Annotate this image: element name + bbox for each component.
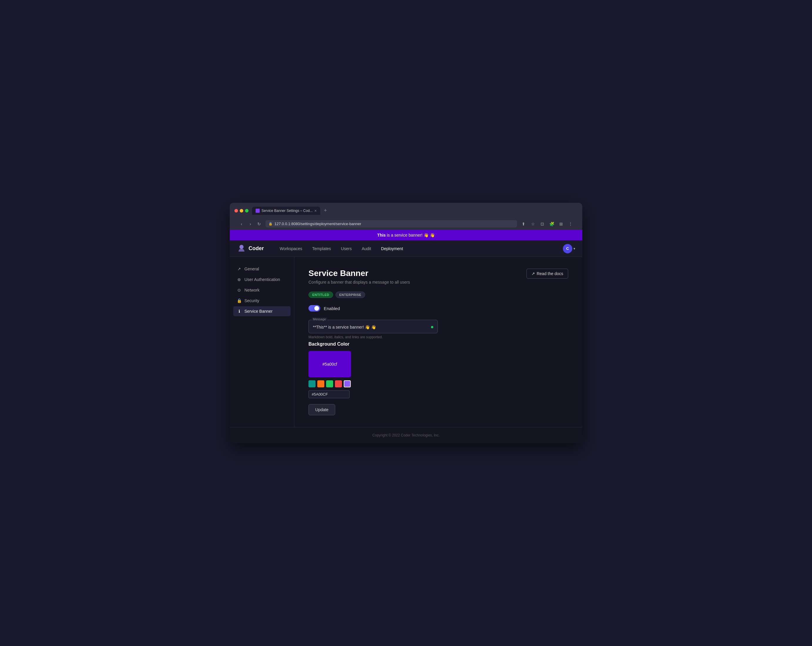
- key-icon: ⊛: [237, 277, 241, 282]
- svg-point-0: [240, 245, 244, 249]
- enabled-toggle-row: Enabled: [308, 305, 568, 312]
- color-swatch-red[interactable]: [335, 380, 342, 387]
- entitled-badge: ENTITLED: [308, 292, 333, 298]
- address-bar[interactable]: 🔒 127.0.0.1:8080/settings/deployment/ser…: [266, 220, 517, 228]
- browser-actions: ⬆ ☆ ⊡ 🧩 ⊞ ⋮: [520, 220, 574, 228]
- sidebar-item-label: Network: [244, 288, 259, 292]
- sidebar-toggle-button[interactable]: ⊞: [557, 220, 565, 228]
- nav-audit[interactable]: Audit: [357, 244, 375, 253]
- input-status-dot: [431, 326, 433, 328]
- back-button[interactable]: ‹: [238, 220, 245, 228]
- color-section: Background Color #5a00cf: [308, 342, 568, 398]
- app-body: ↗ General ⊛ User Authentication ⊙ Networ…: [230, 257, 582, 427]
- minimize-button[interactable]: [240, 209, 243, 212]
- traffic-lights: [234, 209, 249, 212]
- share-button[interactable]: ⬆: [520, 220, 527, 228]
- tab-favicon: [256, 209, 260, 213]
- network-icon: ⊙: [237, 288, 241, 292]
- browser-top-bar: Service Banner Settings – Cod... × +: [234, 206, 578, 218]
- service-banner-bar: This is a service banner! 👋 👋: [230, 230, 582, 240]
- tab-close-icon[interactable]: ×: [314, 208, 317, 213]
- enterprise-badge: ENTERPRISE: [336, 292, 365, 298]
- banner-text: is a service banner! 👋 👋: [386, 233, 435, 237]
- update-button[interactable]: Update: [308, 404, 335, 415]
- lock-icon: 🔒: [237, 298, 241, 303]
- toggle-thumb: [314, 306, 319, 311]
- user-menu[interactable]: C ▾: [563, 244, 575, 254]
- address-bar-row: ‹ › ↻ 🔒 127.0.0.1:8080/settings/deployme…: [234, 218, 578, 230]
- new-tab-button[interactable]: +: [321, 206, 329, 215]
- info-icon: ℹ: [237, 309, 241, 314]
- more-button[interactable]: ⋮: [567, 220, 574, 228]
- app: This is a service banner! 👋 👋 Coder Work…: [230, 230, 582, 443]
- page-title: Service Banner: [308, 269, 410, 278]
- browser-chrome: Service Banner Settings – Cod... × + ‹ ›…: [230, 203, 582, 230]
- color-swatches: [308, 380, 568, 387]
- color-swatch-orange[interactable]: [317, 380, 324, 387]
- page-header: Service Banner Configure a banner that d…: [308, 269, 568, 284]
- nav-templates[interactable]: Templates: [308, 244, 335, 253]
- badges: ENTITLED ENTERPRISE: [308, 292, 568, 298]
- reader-view-button[interactable]: ⊡: [539, 220, 546, 228]
- page-header-text: Service Banner Configure a banner that d…: [308, 269, 410, 284]
- color-swatch-teal[interactable]: [308, 380, 316, 387]
- message-field-wrapper: Message **This** is a service banner! 👋 …: [308, 320, 438, 339]
- chevron-down-icon: ▾: [574, 247, 575, 251]
- nav-buttons: ‹ › ↻: [238, 220, 263, 228]
- bookmark-button[interactable]: ☆: [530, 220, 536, 228]
- enabled-label: Enabled: [324, 306, 340, 311]
- banner-bold-text: This: [377, 233, 386, 237]
- page-subtitle: Configure a banner that displays a messa…: [308, 280, 410, 284]
- user-avatar[interactable]: C: [563, 244, 572, 254]
- enabled-toggle[interactable]: [308, 305, 320, 312]
- read-docs-button[interactable]: ↗ Read the docs: [527, 269, 568, 279]
- sidebar-item-label: User Authentication: [244, 277, 280, 282]
- message-hint: Markdown bold, italics, and links are su…: [308, 335, 438, 339]
- sidebar-item-network[interactable]: ⊙ Network: [233, 285, 290, 295]
- main-content: Service Banner Configure a banner that d…: [295, 257, 582, 427]
- color-swatch-green[interactable]: [326, 380, 333, 387]
- lock-icon: 🔒: [269, 222, 273, 226]
- message-input-container: **This** is a service banner! 👋 👋: [309, 321, 437, 333]
- top-nav: Coder Workspaces Templates Users Audit D…: [230, 240, 582, 257]
- sidebar-item-service-banner[interactable]: ℹ Service Banner: [233, 306, 290, 316]
- nav-deployment[interactable]: Deployment: [377, 244, 407, 253]
- forward-button[interactable]: ›: [247, 220, 254, 228]
- external-link-icon: ↗: [531, 271, 535, 276]
- color-preview[interactable]: #5a00cf: [308, 351, 351, 377]
- sidebar-item-label: Service Banner: [244, 309, 273, 314]
- color-preview-text: #5a00cf: [322, 362, 337, 367]
- nav-links: Workspaces Templates Users Audit Deploym…: [276, 244, 563, 253]
- logo-text: Coder: [249, 246, 264, 252]
- message-label: Message: [312, 318, 327, 321]
- sidebar-item-user-authentication[interactable]: ⊛ User Authentication: [233, 275, 290, 284]
- url-text: 127.0.0.1:8080/settings/deployment/servi…: [275, 221, 361, 226]
- tab-title: Service Banner Settings – Cod...: [261, 209, 313, 213]
- color-swatch-purple[interactable]: [344, 380, 351, 387]
- nav-users[interactable]: Users: [337, 244, 356, 253]
- browser-window: Service Banner Settings – Cod... × + ‹ ›…: [230, 203, 582, 443]
- message-input[interactable]: **This** is a service banner! 👋 👋: [309, 321, 437, 333]
- refresh-button[interactable]: ↻: [256, 220, 263, 228]
- app-footer: Copyright © 2022 Coder Technologies, Inc…: [230, 427, 582, 443]
- nav-workspaces[interactable]: Workspaces: [276, 244, 307, 253]
- message-fieldset: Message **This** is a service banner! 👋 …: [308, 320, 438, 333]
- read-docs-label: Read the docs: [537, 271, 563, 276]
- external-link-icon: ↗: [237, 267, 241, 271]
- logo[interactable]: Coder: [237, 244, 264, 254]
- bg-color-title: Background Color: [308, 342, 568, 347]
- active-tab[interactable]: Service Banner Settings – Cod... ×: [252, 207, 320, 215]
- toggle-track: [308, 305, 320, 312]
- sidebar-item-general[interactable]: ↗ General: [233, 264, 290, 274]
- color-hex-input[interactable]: [308, 390, 350, 398]
- logo-icon: [237, 244, 246, 254]
- tab-bar: Service Banner Settings – Cod... × +: [252, 206, 578, 215]
- close-button[interactable]: [234, 209, 238, 212]
- sidebar: ↗ General ⊛ User Authentication ⊙ Networ…: [230, 257, 295, 427]
- sidebar-item-label: Security: [244, 298, 259, 303]
- extension-button[interactable]: 🧩: [548, 220, 555, 228]
- sidebar-item-security[interactable]: 🔒 Security: [233, 296, 290, 305]
- footer-text: Copyright © 2022 Coder Technologies, Inc…: [372, 433, 440, 437]
- sidebar-item-label: General: [244, 267, 259, 271]
- maximize-button[interactable]: [245, 209, 249, 212]
